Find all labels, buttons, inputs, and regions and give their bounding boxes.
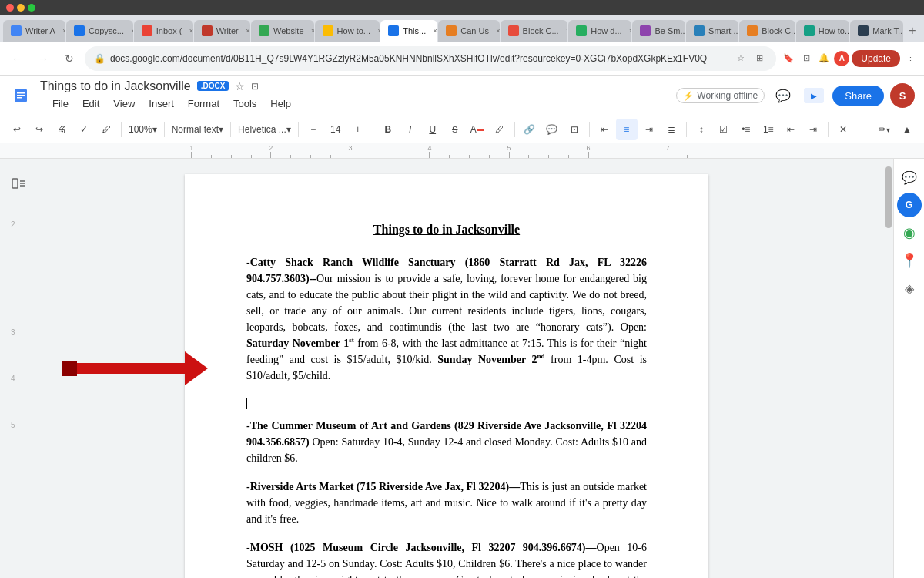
- text-color-button[interactable]: A: [467, 119, 488, 140]
- menu-insert[interactable]: Insert: [142, 95, 180, 113]
- tab-close-howto1[interactable]: ×: [374, 25, 380, 36]
- cursor-line[interactable]: [246, 396, 647, 412]
- extension-btn-1[interactable]: 🔖: [781, 51, 796, 66]
- print-button[interactable]: 🖨: [51, 119, 72, 140]
- move-icon[interactable]: ⊡: [251, 81, 259, 92]
- zoom-select[interactable]: 100% ▾: [126, 119, 160, 140]
- align-left-button[interactable]: ⇤: [594, 119, 615, 140]
- maps-btn[interactable]: 📍: [897, 248, 922, 273]
- comments-panel-btn[interactable]: 💬: [897, 165, 922, 190]
- indent-increase-button[interactable]: ⇥: [802, 119, 824, 140]
- align-right-button[interactable]: ⇥: [638, 119, 660, 140]
- indent-decrease-button[interactable]: ⇤: [780, 119, 802, 140]
- tab-howto2[interactable]: How to...: [796, 20, 850, 42]
- menu-format[interactable]: Format: [182, 95, 226, 113]
- comments-toggle-btn[interactable]: 💬: [771, 83, 795, 108]
- menu-help[interactable]: Help: [264, 95, 297, 113]
- font-name-select[interactable]: Helvetica ... ▾: [235, 119, 294, 140]
- tab-copyscape[interactable]: Copysc... ×: [66, 20, 133, 42]
- tab-thisis[interactable]: This... ×: [380, 20, 437, 42]
- page-area[interactable]: 2 3 4 5 Things to do in Jacksonville -Ca…: [0, 159, 893, 578]
- strikethrough-button[interactable]: S: [444, 119, 466, 140]
- tab-close-website[interactable]: ×: [308, 25, 314, 36]
- align-justify-button[interactable]: ≣: [661, 119, 682, 140]
- update-button[interactable]: Update: [852, 50, 900, 67]
- menu-view[interactable]: View: [107, 95, 141, 113]
- extension-btn-4[interactable]: A: [834, 51, 849, 66]
- user-avatar[interactable]: S: [890, 83, 915, 108]
- numbered-list-button[interactable]: 1≡: [758, 119, 779, 140]
- tab-close-block1[interactable]: ×: [563, 25, 568, 36]
- italic-button[interactable]: I: [400, 119, 421, 140]
- minimize-dot[interactable]: [17, 4, 25, 12]
- link-button[interactable]: 🔗: [519, 119, 541, 140]
- undo-button[interactable]: ↩: [6, 119, 28, 140]
- new-tab-button[interactable]: +: [904, 20, 921, 42]
- font-size-decrease[interactable]: −: [303, 119, 324, 140]
- paintformat-button[interactable]: 🖊: [95, 119, 117, 140]
- redo-button[interactable]: ↪: [28, 119, 50, 140]
- font-size-increase[interactable]: +: [347, 119, 369, 140]
- tab-close-thisis[interactable]: ×: [430, 25, 437, 36]
- reload-button[interactable]: ↻: [59, 48, 80, 69]
- tab-close-canus[interactable]: ×: [493, 25, 500, 36]
- tab-besm[interactable]: Be Sm...: [632, 20, 685, 42]
- comment-button[interactable]: 💬: [541, 119, 563, 140]
- show-more-button[interactable]: ▲: [896, 119, 918, 140]
- tab-howdo[interactable]: How d... ×: [568, 20, 631, 42]
- tab-howto1[interactable]: How to... ×: [315, 20, 380, 42]
- extension-btn-2[interactable]: ⊡: [798, 51, 814, 66]
- tab-writer2[interactable]: Writer ×: [194, 20, 250, 42]
- tab-close-writer1[interactable]: ×: [59, 25, 65, 36]
- spellcheck-button[interactable]: ✓: [73, 119, 95, 140]
- gdocs-menu-icon[interactable]: [9, 84, 32, 107]
- tab-smart[interactable]: Smart ...: [686, 20, 738, 42]
- tab-close-writer2[interactable]: ×: [243, 25, 250, 36]
- tab-block1[interactable]: Block C... ×: [500, 20, 568, 42]
- doc-title[interactable]: Things to do in Jacksonville: [40, 79, 191, 93]
- tab-block2[interactable]: Block C...: [739, 20, 795, 42]
- extension-btn-3[interactable]: 🔔: [816, 51, 832, 66]
- tab-website[interactable]: Website ×: [251, 20, 314, 42]
- scrollbar-thumb[interactable]: [886, 166, 892, 228]
- menu-tools[interactable]: Tools: [227, 95, 263, 113]
- forward-button[interactable]: →: [32, 48, 54, 69]
- close-dot[interactable]: [6, 4, 14, 12]
- tab-close-howdo[interactable]: ×: [626, 25, 632, 36]
- google-apps-btn[interactable]: G: [897, 193, 922, 217]
- tab-mark[interactable]: Mark T...: [850, 20, 902, 42]
- tab-inbox[interactable]: Inbox ( ×: [134, 20, 193, 42]
- tab-close-inbox[interactable]: ×: [186, 25, 192, 36]
- gdocs-header: Things to do in Jacksonville .DOCX ☆ ⊡ F…: [0, 76, 924, 116]
- checklist-button[interactable]: ☑: [713, 119, 735, 140]
- align-center-button[interactable]: ≡: [616, 119, 638, 140]
- tab-writer1[interactable]: Writer A ×: [3, 20, 65, 42]
- star-icon[interactable]: ☆: [235, 80, 245, 92]
- present-btn[interactable]: ▶: [802, 83, 826, 108]
- menu-button[interactable]: ⋮: [902, 51, 918, 66]
- tab-canus[interactable]: Can Us ×: [438, 20, 499, 42]
- drive-btn[interactable]: ◈: [897, 276, 922, 301]
- bookmark-icon[interactable]: ☆: [733, 51, 748, 66]
- editing-mode-button[interactable]: ✏ ▾: [873, 119, 895, 140]
- back-button[interactable]: ←: [6, 48, 28, 69]
- menu-file[interactable]: File: [46, 95, 75, 113]
- menu-edit[interactable]: Edit: [76, 95, 105, 113]
- font-size-field[interactable]: 14: [325, 119, 346, 140]
- bold-button[interactable]: B: [377, 119, 399, 140]
- maximize-dot[interactable]: [28, 4, 35, 12]
- tab-close-copyscape[interactable]: ×: [128, 25, 133, 36]
- share-button[interactable]: Share: [832, 86, 884, 106]
- line-spacing-button[interactable]: ↕: [691, 119, 712, 140]
- highlight-button[interactable]: 🖊: [489, 119, 511, 140]
- address-bar[interactable]: 🔒 docs.google.com/document/d/0B11H_Q7s9L…: [85, 46, 776, 71]
- image-button[interactable]: ⊡: [564, 119, 585, 140]
- underline-button[interactable]: U: [422, 119, 444, 140]
- offline-badge: ⚡ Working offline: [676, 88, 765, 103]
- bullets-button[interactable]: •≡: [735, 119, 757, 140]
- reading-mode-icon[interactable]: ⊞: [752, 51, 767, 66]
- paragraph-style-select[interactable]: Normal text ▾: [169, 119, 226, 140]
- calendar-btn[interactable]: ◉: [897, 220, 922, 245]
- document-page[interactable]: Things to do in Jacksonville -Catty Shac…: [185, 174, 708, 578]
- clear-formatting-button[interactable]: ✕: [832, 119, 854, 140]
